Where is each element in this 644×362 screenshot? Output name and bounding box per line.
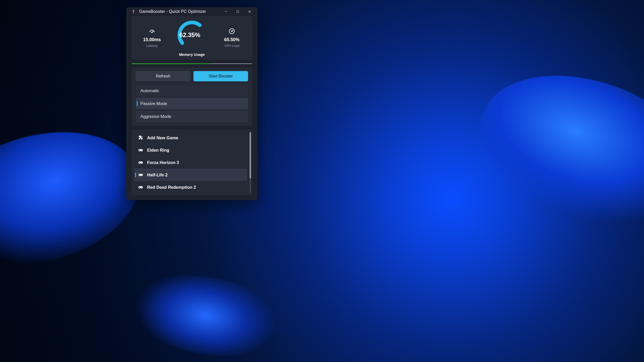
svg-point-12 <box>142 150 142 151</box>
mode-label: Automatic <box>140 88 159 93</box>
latency-value: 15.00ms <box>143 37 161 42</box>
memory-stat: 62.35% Memory Usage <box>169 20 215 57</box>
controller-icon <box>138 172 143 178</box>
game-label: Forza Horizon 3 <box>147 160 179 165</box>
cpu-stat: 65.50% CPU Load <box>215 20 249 48</box>
svg-rect-14 <box>139 162 140 163</box>
game-item[interactable]: Elden Ring <box>134 144 247 156</box>
svg-point-23 <box>141 187 142 187</box>
svg-point-20 <box>142 175 142 175</box>
actions-panel: Refresh Start Booster AutomaticPassive M… <box>132 67 252 126</box>
latency-label: Latency <box>146 44 158 48</box>
game-item[interactable]: Half-Life 2 <box>134 169 247 181</box>
progress-fill <box>132 63 210 64</box>
mode-item[interactable]: Automatic <box>136 85 248 96</box>
add-new-game[interactable]: +Add New Game <box>134 132 247 144</box>
add-game-label: Add New Game <box>147 135 178 140</box>
svg-rect-22 <box>139 187 140 187</box>
svg-point-24 <box>142 187 142 188</box>
svg-text:+: + <box>142 135 143 137</box>
svg-point-7 <box>231 31 232 31</box>
games-panel: +Add New GameElden RingForza Horizon 3Ha… <box>132 130 252 195</box>
controller-icon <box>138 147 143 153</box>
window-title: GameBooster - Quick PC Optimizer <box>139 9 206 14</box>
svg-rect-2 <box>237 11 239 13</box>
mode-item[interactable]: Passive Mode <box>136 98 248 109</box>
controller-icon <box>138 160 143 165</box>
close-button[interactable] <box>244 7 256 16</box>
svg-rect-10 <box>139 150 140 150</box>
cpu-value: 65.50% <box>224 37 239 42</box>
minimize-button[interactable] <box>220 7 232 16</box>
mode-item[interactable]: Aggresive Mode <box>136 111 248 122</box>
svg-point-19 <box>141 175 142 175</box>
app-rocket-icon <box>131 9 136 14</box>
game-item[interactable]: Red Dead Redemption 2 <box>134 181 247 193</box>
game-label: Red Dead Redemption 2 <box>147 185 196 190</box>
progress-bar <box>132 63 252 64</box>
mode-label: Passive Mode <box>140 101 167 106</box>
stats-panel: 15.00ms Latency 62.35% Memory Usage 65.5… <box>132 16 252 60</box>
memory-gauge: 62.35% <box>177 20 207 50</box>
mode-label: Aggresive Mode <box>140 114 171 119</box>
start-booster-button[interactable]: Start Booster <box>193 71 248 81</box>
memory-value: 62.35% <box>177 20 207 50</box>
scrollbar-thumb[interactable] <box>250 132 251 178</box>
refresh-button[interactable]: Refresh <box>136 71 190 81</box>
mode-list: AutomaticPassive ModeAggresive Mode <box>136 85 248 122</box>
svg-point-11 <box>141 150 142 150</box>
controller-icon <box>138 184 143 190</box>
speedometer-icon <box>228 28 235 35</box>
latency-stat: 15.00ms Latency <box>135 20 169 48</box>
puzzle-plus-icon: + <box>138 135 143 141</box>
svg-point-15 <box>141 162 142 163</box>
game-item[interactable]: Forza Horizon 3 <box>134 156 247 169</box>
svg-rect-18 <box>139 175 140 175</box>
svg-point-0 <box>133 10 134 11</box>
app-window: GameBooster - Quick PC Optimizer 15.00ms… <box>126 7 258 200</box>
titlebar[interactable]: GameBooster - Quick PC Optimizer <box>126 7 258 16</box>
maximize-button[interactable] <box>232 7 244 16</box>
svg-rect-1 <box>225 12 227 12</box>
gauge-icon <box>149 28 155 35</box>
game-label: Elden Ring <box>147 148 169 153</box>
svg-point-16 <box>142 162 142 163</box>
cpu-label: CPU Load <box>224 44 239 48</box>
game-label: Half-Life 2 <box>147 173 168 177</box>
